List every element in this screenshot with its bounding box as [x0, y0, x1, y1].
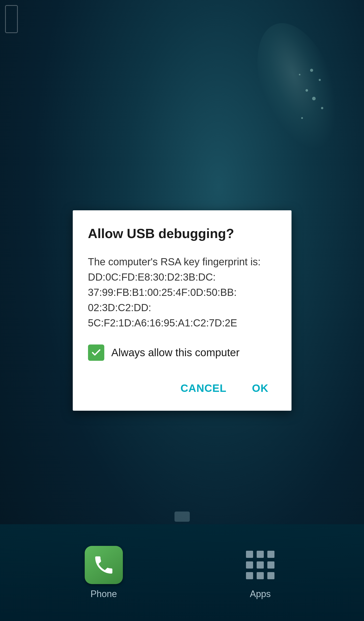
usb-debugging-dialog: Allow USB debugging? The computer's RSA … — [73, 210, 292, 411]
always-allow-label: Always allow this computer — [111, 347, 240, 359]
dialog-body: The computer's RSA key fingerprint is: D… — [88, 254, 276, 330]
always-allow-row[interactable]: Always allow this computer — [88, 344, 276, 361]
dialog-title: Allow USB debugging? — [88, 226, 276, 241]
cancel-button[interactable]: CANCEL — [173, 379, 234, 398]
always-allow-checkbox[interactable] — [88, 344, 104, 361]
dialog-overlay: Allow USB debugging? The computer's RSA … — [0, 0, 364, 621]
checkmark-icon — [91, 347, 101, 358]
ok-button[interactable]: OK — [244, 379, 276, 398]
dialog-actions: CANCEL OK — [88, 376, 276, 398]
